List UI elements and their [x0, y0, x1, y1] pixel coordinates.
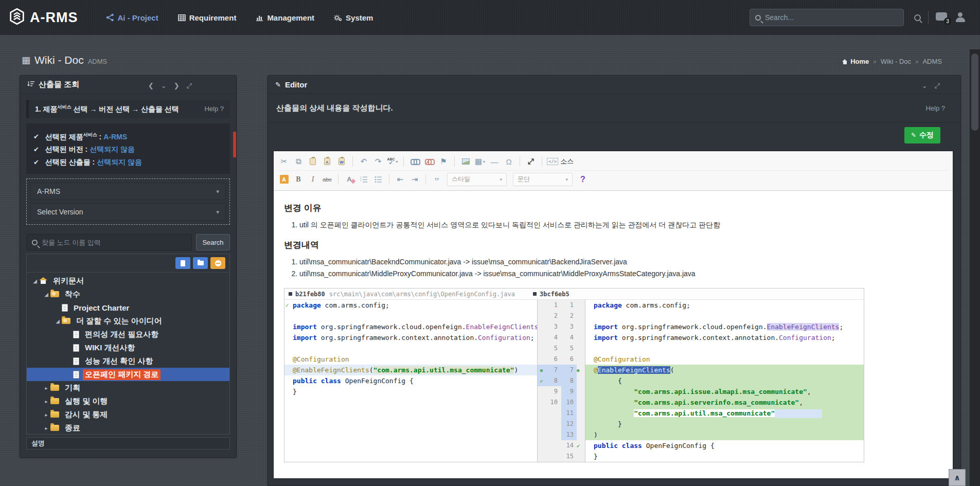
- italic-icon[interactable]: I: [307, 173, 319, 186]
- tree-item[interactable]: ▸종료: [27, 421, 229, 435]
- remove-format-icon[interactable]: A: [343, 173, 355, 186]
- node-search-button[interactable]: Search: [196, 234, 230, 250]
- search-submit-icon[interactable]: [914, 14, 921, 21]
- code-diff: b21feb80 src\main\java\com\arms\config\O…: [284, 288, 864, 462]
- home-icon: [39, 277, 47, 284]
- help-link[interactable]: Help ?: [204, 105, 224, 113]
- node-search-input[interactable]: [42, 239, 186, 246]
- tree-item[interactable]: ◢위키문서: [27, 274, 229, 287]
- menu-ai-project[interactable]: Ai - Project: [106, 13, 158, 22]
- version-dropdown[interactable]: Select Version ▾: [30, 203, 226, 221]
- spellcheck-icon[interactable]: ABC✓▾: [386, 155, 399, 168]
- help-link[interactable]: Help ?: [925, 104, 952, 112]
- tree-item[interactable]: WIKI 개선사항: [27, 341, 229, 354]
- unlink-icon[interactable]: ∕: [423, 155, 435, 168]
- tree-item[interactable]: ▸감시 및 통제: [27, 408, 229, 421]
- source-button[interactable]: </> 소스: [547, 155, 574, 168]
- breadcrumb-mid[interactable]: Wiki - Doc: [881, 58, 911, 65]
- menu-requirement[interactable]: Requirement: [178, 13, 237, 22]
- code-line: import org.springframework.cloud.openfei…: [585, 321, 864, 332]
- tree-collapsed-icon[interactable]: ▸: [42, 412, 50, 418]
- tree-item[interactable]: 오픈페인 패키지 경로: [27, 368, 229, 381]
- tree-item[interactable]: ▸기획: [27, 381, 229, 394]
- folder-icon: [50, 425, 59, 431]
- paste-text-icon[interactable]: A: [321, 155, 333, 168]
- style-dropdown[interactable]: 스타일▾: [447, 173, 507, 186]
- wiki-doc-icon: ▦: [22, 55, 30, 66]
- rich-text-editor: ✂ ⧉ A W ↶ ↷ ABC✓▾ ∕ ⚑ ▦▾ ― Ω ⤢: [273, 151, 953, 479]
- management-icon: [256, 14, 263, 22]
- redo-icon[interactable]: ↷: [372, 155, 384, 168]
- bold-icon[interactable]: B: [292, 173, 305, 186]
- editor-help-icon[interactable]: ?: [577, 173, 589, 186]
- undo-icon[interactable]: ↶: [358, 155, 370, 168]
- text-color-icon[interactable]: A: [278, 173, 290, 186]
- page-scrollbar[interactable]: [970, 49, 980, 486]
- diff-right-pane[interactable]: package com.arms.config;import org.sprin…: [585, 300, 864, 462]
- chevron-down-icon[interactable]: ⌄: [161, 82, 167, 90]
- user-icon[interactable]: [955, 12, 966, 23]
- tree-item[interactable]: ◢착수: [27, 287, 229, 301]
- code-line: @EnableFeignClients("com.arms.api.util.m…: [284, 365, 537, 375]
- menu-management[interactable]: Management: [256, 13, 314, 22]
- maximize-icon[interactable]: ⤢: [525, 155, 537, 168]
- add-file-button[interactable]: [175, 257, 190, 269]
- chevron-left-icon[interactable]: ❮: [148, 82, 154, 90]
- top-navbar: A-RMS Ai - Project Requirement Managemen…: [0, 0, 980, 35]
- scrollbar-thumb[interactable]: [971, 53, 978, 131]
- remove-node-button[interactable]: [210, 257, 225, 269]
- cut-icon[interactable]: ✂: [278, 155, 290, 168]
- copy-icon[interactable]: ⧉: [292, 155, 305, 168]
- selected-output-value[interactable]: 선택되지 않음: [97, 158, 142, 166]
- diff-left-pane[interactable]: ✓package com.arms.config;import org.spri…: [284, 300, 538, 462]
- outdent-icon[interactable]: ⇤: [394, 173, 406, 186]
- tree-item[interactable]: 성능 개선 확인 사항: [27, 354, 229, 368]
- edit-button[interactable]: ✎ 수정: [904, 127, 940, 143]
- indent-icon[interactable]: ⇥: [408, 173, 421, 186]
- numbered-list-icon[interactable]: 12: [358, 173, 370, 186]
- tree-item[interactable]: 편의성 개선 필요사항: [27, 328, 229, 341]
- notifications-icon[interactable]: 3: [936, 12, 948, 23]
- strikethrough-icon[interactable]: abc: [321, 173, 333, 186]
- anchor-icon[interactable]: ⚑: [437, 155, 450, 168]
- add-folder-button[interactable]: [193, 257, 208, 269]
- gutter-row: 22: [538, 311, 585, 321]
- chevron-right-icon[interactable]: ❯: [174, 82, 180, 90]
- expand-icon[interactable]: ⤢: [935, 82, 940, 90]
- link-icon[interactable]: [408, 155, 421, 168]
- bulleted-list-icon[interactable]: [372, 173, 384, 186]
- code-line: [284, 408, 537, 419]
- selected-product-value[interactable]: A-RMS: [103, 132, 127, 140]
- special-char-icon[interactable]: Ω: [503, 155, 515, 168]
- tree-item[interactable]: ◢더 잘할 수 있는 아이디어: [27, 314, 229, 328]
- tree-collapsed-icon[interactable]: ▸: [42, 385, 50, 391]
- breadcrumb-home[interactable]: Home: [842, 58, 869, 65]
- paste-icon[interactable]: [307, 155, 319, 168]
- app-logo[interactable]: A-RMS: [0, 8, 93, 27]
- format-dropdown[interactable]: 문단▾: [513, 173, 573, 186]
- tree-expanded-icon[interactable]: ◢: [31, 278, 39, 284]
- tree-collapsed-icon[interactable]: ▸: [42, 399, 50, 404]
- list-item: util\msa_communicatr\BacekndCommunicator…: [299, 256, 942, 268]
- tree-item[interactable]: Project Charter: [27, 301, 229, 314]
- chevron-down-icon[interactable]: ⌄: [922, 82, 928, 90]
- tree-expanded-icon[interactable]: ◢: [54, 318, 62, 324]
- tree-collapsed-icon[interactable]: ▸: [42, 425, 50, 431]
- scroll-top-button[interactable]: ∧: [949, 469, 966, 486]
- product-dropdown[interactable]: A-RMS ▾: [30, 183, 226, 200]
- blockquote-icon[interactable]: ”: [431, 173, 443, 186]
- table-icon[interactable]: ▦▾: [474, 155, 486, 168]
- tree-expanded-icon[interactable]: ◢: [42, 292, 50, 297]
- paste-word-icon[interactable]: W: [335, 155, 348, 168]
- horizontal-rule-icon[interactable]: ―: [488, 155, 501, 168]
- tree-item[interactable]: ▸실행 및 이행: [27, 394, 229, 408]
- selected-version-value[interactable]: 선택되지 않음: [90, 145, 135, 153]
- tree-item-label: 더 잘할 수 있는 아이디어: [74, 316, 164, 327]
- global-search-input[interactable]: [765, 13, 898, 22]
- gutter-row: 66: [538, 354, 585, 365]
- expand-icon[interactable]: ⤢: [187, 82, 192, 90]
- editor-document[interactable]: 변경 이유 util 의 오픈페인 클라이언트가 공통적인 서비스 영역으로 있…: [274, 191, 953, 462]
- menu-system[interactable]: System: [334, 13, 373, 22]
- image-icon[interactable]: [459, 155, 472, 168]
- folder-icon: [50, 385, 59, 391]
